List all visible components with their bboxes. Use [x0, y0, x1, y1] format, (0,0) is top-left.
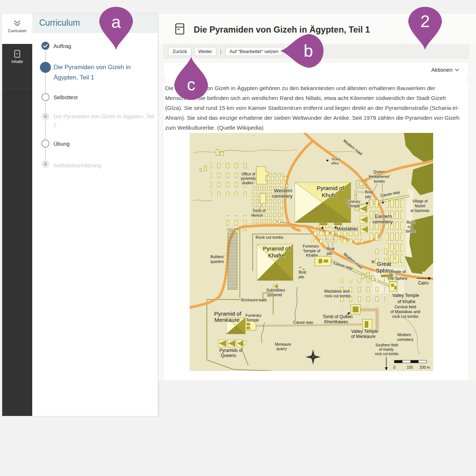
map-label: Funerary — [346, 200, 360, 204]
map-label: Khafre — [268, 252, 285, 259]
step-status-open-icon — [41, 93, 49, 101]
map-label: tombs — [406, 229, 416, 233]
map-label: pyramid — [267, 293, 282, 297]
mark-reviewed-button[interactable]: Auf "Bearbeitet" setzen — [225, 47, 283, 56]
step-status-current-icon — [40, 62, 51, 73]
map-label: Great — [377, 261, 391, 267]
map-label: cemetery — [272, 193, 293, 199]
map-label: Modern — [397, 332, 411, 337]
map-label: of Mastabas and — [390, 309, 420, 314]
rail-item-label: Inhalte — [2, 59, 32, 64]
chevron-down-icon — [455, 68, 459, 71]
map-label: Hemon — [251, 213, 263, 217]
map-label: 100 — [407, 365, 413, 369]
map-label: Temple — [348, 204, 360, 208]
map-label: Khufu — [322, 192, 337, 198]
map-label: Southern field — [375, 343, 398, 347]
map-label: Pyramids of — [219, 348, 243, 353]
sidebar-step-auftrag[interactable]: Auftrag — [53, 43, 71, 49]
step-status-locked-icon — [41, 160, 49, 168]
map-label: Nazlet — [415, 204, 425, 208]
panel-title: Curriculum — [39, 18, 80, 28]
map-label: studies — [242, 181, 253, 185]
map-label: Hetepheres' — [369, 174, 390, 179]
map-label: pits — [327, 252, 332, 256]
map-label: Eastern — [375, 213, 392, 219]
document-icon — [14, 50, 21, 58]
map-label: cut — [408, 225, 413, 229]
map-label: Pyramid of — [214, 310, 242, 317]
map-label: Tomb of Queen — [323, 314, 353, 319]
map-label: Temple — [246, 318, 259, 322]
map-label: of Menkaure — [351, 334, 376, 339]
map-label: cemetery — [372, 219, 393, 224]
panel-header: Curriculum — [32, 14, 158, 33]
back-button[interactable]: Zurück — [168, 47, 191, 56]
map-label: Village of — [413, 199, 428, 203]
map-label: pits — [298, 275, 304, 279]
actions-menu-button[interactable]: Aktionen — [431, 67, 459, 73]
map-label: pits — [365, 195, 371, 199]
next-button[interactable]: Weiter — [194, 47, 216, 56]
map-label: pyramids — [241, 176, 256, 181]
map-label: Pyramid of — [263, 245, 290, 252]
map-label: rock cut tombs — [392, 314, 419, 319]
map-label: Subsidiary — [266, 288, 285, 292]
map-label: Valley Temple — [392, 293, 419, 298]
curriculum-panel: Curriculum Auftrag Die Pyramiden von Giz… — [32, 14, 158, 416]
rail-item-curriculum[interactable]: Curriculum — [2, 14, 32, 44]
map-builders-quarters — [228, 229, 237, 289]
lesson-paragraph: Die Pyramiden von Gizeh in Ägypten gehör… — [165, 83, 461, 133]
map-label: tombs — [374, 179, 385, 183]
map-label: Menkaure — [215, 317, 240, 323]
map-label: Temple of — [303, 249, 321, 253]
rail-divider — [2, 89, 32, 89]
map-label: Funerary — [245, 313, 262, 317]
page: Curriculum Inhalte Curriculum Auftrag Di… — [0, 0, 476, 476]
map-label: Ticket — [331, 157, 340, 161]
pin-letter-c: c — [182, 74, 200, 95]
map-label: Khentkawes — [324, 319, 348, 324]
sidebar-step-selbsttest[interactable]: Selbsttest — [53, 94, 78, 100]
rail-item-inhalte[interactable]: Inhalte — [2, 44, 32, 75]
map-label: Boat — [299, 270, 306, 274]
map-label: Cause way — [293, 320, 313, 324]
sidebar-step-selbsteinschaetzung[interactable]: Selbsteinschätzung — [53, 161, 157, 170]
document-icon — [175, 23, 185, 35]
map-label: Temple of — [388, 269, 406, 274]
map-label: Builders' — [211, 255, 224, 259]
pin-letter-2: 2 — [416, 11, 434, 31]
curriculum-icon — [13, 20, 22, 27]
left-rail: Curriculum Inhalte — [2, 14, 32, 416]
sidebar-step-current[interactable]: Die Pyramiden von Gizeh in Ägypten, Teil… — [53, 62, 150, 83]
rail-item-label: Curriculum — [2, 29, 32, 33]
map-label: 0 — [393, 365, 395, 369]
map-label: Office of — [241, 172, 255, 176]
step-status-done-icon — [41, 42, 49, 50]
block-edge-marker — [165, 75, 165, 83]
pin-letter-a: a — [107, 12, 125, 32]
map-label: Cairo — [418, 280, 429, 286]
map-label: el-Samman — [410, 209, 429, 213]
map-label: Rock — [407, 220, 416, 224]
map-label: rock cut tombs — [375, 352, 398, 356]
giza-map-image: Modern road Ticket office Office of pyra… — [190, 133, 433, 371]
map-label: Enclosure walls — [241, 298, 267, 302]
map-label: quarry — [276, 347, 287, 351]
map-label: Khafre — [306, 253, 318, 257]
map-label: rock cut tombs — [324, 294, 351, 298]
sidebar-step-teil2[interactable]: Die Pyramiden von Gizeh in Ägypten, Teil… — [53, 112, 157, 130]
map-label: 200 m — [420, 365, 430, 369]
map-label: quarters — [211, 260, 224, 264]
map-label: Western — [274, 188, 292, 193]
step-status-locked-icon — [41, 112, 49, 120]
map-label: Mastabas and — [324, 289, 349, 293]
map-label: of mainly — [379, 347, 394, 352]
sidebar-step-uebung[interactable]: Übung — [53, 141, 70, 147]
map-label: Valley Temple — [351, 329, 378, 334]
scale-bar — [394, 360, 427, 363]
map-label: cemetery — [397, 337, 414, 342]
map-label: Funerary — [303, 244, 319, 248]
map-label: Queens — [221, 353, 236, 358]
map-label: office — [331, 161, 339, 165]
